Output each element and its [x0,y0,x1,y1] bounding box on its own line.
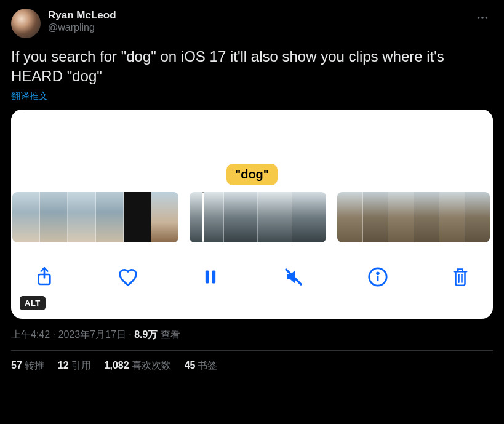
tweet-text: If you search for "dog" on iOS 17 it'll … [11,47,493,87]
tweet-container: Ryan McLeod @warpling If you search for … [0,0,504,372]
more-options-icon[interactable] [472,9,493,27]
handle[interactable]: @warpling [48,22,116,34]
svg-rect-5 [212,270,216,283]
timeline-frame [151,192,178,242]
timeline-frame [224,192,258,242]
timeline-frame [292,192,327,242]
author-lines: Ryan McLeod @warpling [48,9,116,34]
author-block[interactable]: Ryan McLeod @warpling [11,9,116,38]
trash-icon[interactable] [451,266,470,287]
translate-link[interactable]: 翻译推文 [11,90,48,102]
playhead-line[interactable] [202,192,204,242]
timeline-frame [363,192,389,242]
pause-icon[interactable] [202,267,219,287]
tweet-stats: 57转推 12引用 1,082喜欢次数 45书签 [11,351,493,372]
svg-point-2 [486,17,488,19]
svg-point-8 [377,273,378,274]
timeline-frame [258,192,292,242]
timeline-frame [96,192,124,242]
timeline-frame [12,192,40,242]
clip-group[interactable] [337,192,490,242]
timeline-frame [68,192,95,242]
clip-group[interactable] [12,192,178,242]
views-count[interactable]: 8.9万 [134,329,158,340]
views-label: 查看 [158,329,180,340]
clip-group[interactable] [190,192,326,242]
timeline-frame [414,192,440,242]
svg-point-1 [481,17,484,19]
info-icon[interactable] [367,266,388,287]
share-icon[interactable] [34,266,54,288]
tweet-header: Ryan McLeod @warpling [11,9,493,38]
quotes-stat[interactable]: 12引用 [58,359,91,372]
media-attachment[interactable]: "dog" [11,110,493,319]
tweet-meta: 上午4:42 · 2023年7月17日 · 8.9万 查看 [11,329,493,351]
alt-badge[interactable]: ALT [20,296,46,310]
tweet-time[interactable]: 上午4:42 [11,329,50,340]
heart-icon[interactable] [117,267,139,287]
video-timeline[interactable] [11,187,493,247]
display-name[interactable]: Ryan McLeod [48,9,116,22]
mute-icon[interactable] [282,267,305,287]
media-top-space [11,110,493,162]
timeline-frame [337,192,363,242]
timeline-frame [190,192,224,242]
caption-bubble: "dog" [226,164,278,185]
likes-stat[interactable]: 1,082喜欢次数 [105,359,171,372]
svg-rect-4 [206,270,209,283]
tweet-date[interactable]: 2023年7月17日 [58,329,126,340]
timeline-frame [465,192,490,242]
media-toolbar [11,247,493,295]
retweets-stat[interactable]: 57转推 [11,359,44,372]
avatar[interactable] [11,9,41,38]
timeline-frame [388,192,414,242]
timeline-frame [439,192,465,242]
timeline-frame [40,192,68,242]
svg-point-0 [478,17,480,19]
caption-bubble-row: "dog" [11,162,493,187]
timeline-frame [124,192,151,242]
bookmarks-stat[interactable]: 45书签 [185,359,218,372]
